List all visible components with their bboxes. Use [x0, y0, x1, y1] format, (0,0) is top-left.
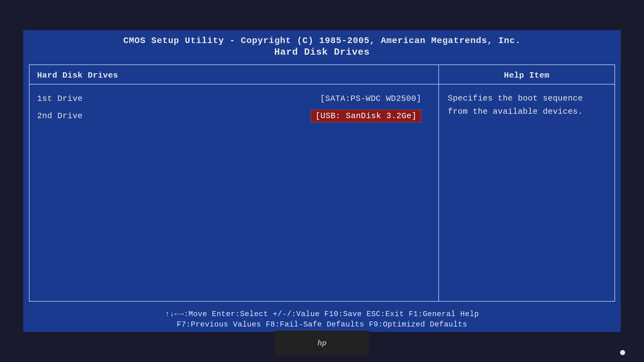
left-panel: Hard Disk Drives 1st Drive [SATA:PS-WDC … [30, 65, 439, 301]
monitor: CMOS Setup Utility - Copyright (C) 1985-… [0, 0, 644, 362]
drive-2-label: 2nd Drive [37, 111, 83, 121]
status-row-2: F7:Previous Values F8:Fail-Safe Defaults… [23, 320, 621, 329]
right-panel: Help Item Specifies the boot sequence fr… [439, 65, 614, 301]
drive-1-value: [SATA:PS-WDC WD2500] [320, 94, 421, 103]
left-panel-body: 1st Drive [SATA:PS-WDC WD2500] 2nd Drive… [30, 85, 438, 301]
status-row-1: ↑↓←→:Move Enter:Select +/-/:Value F10:Sa… [23, 310, 621, 318]
status-bar: ↑↓←→:Move Enter:Select +/-/:Value F10:Sa… [23, 305, 621, 332]
bios-screen: CMOS Setup Utility - Copyright (C) 1985-… [23, 30, 621, 332]
title-bar: CMOS Setup Utility - Copyright (C) 1985-… [23, 30, 621, 61]
monitor-stand: hp [275, 331, 369, 356]
left-panel-header: Hard Disk Drives [30, 65, 438, 85]
help-panel-header: Help Item [439, 65, 614, 85]
drive-2-value: [USB: SanDisk 3.2Ge] [311, 110, 421, 122]
drive-1-label: 1st Drive [37, 94, 83, 103]
brand-logo: hp [318, 339, 327, 348]
help-panel-body: Specifies the boot sequence from the ava… [439, 85, 614, 126]
power-indicator [620, 350, 625, 355]
drive-row-1[interactable]: 1st Drive [SATA:PS-WDC WD2500] [37, 91, 431, 107]
title-line1: CMOS Setup Utility - Copyright (C) 1985-… [23, 36, 621, 46]
title-line2: Hard Disk Drives [23, 47, 621, 58]
drive-row-2[interactable]: 2nd Drive [USB: SanDisk 3.2Ge] [37, 107, 431, 125]
main-content: Hard Disk Drives 1st Drive [SATA:PS-WDC … [29, 64, 615, 302]
